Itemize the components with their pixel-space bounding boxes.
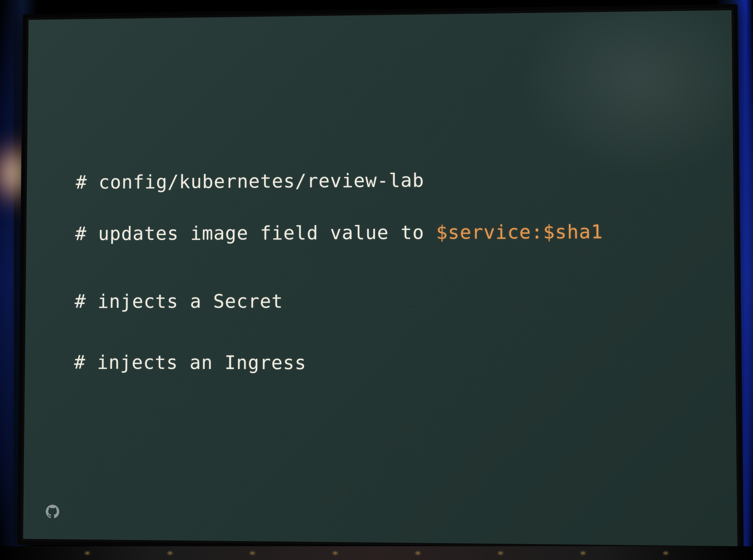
footlight	[167, 551, 173, 555]
stage-bottom-bar	[0, 546, 753, 560]
code-comment-line-4: # injects an Ingress	[74, 351, 707, 375]
footlight	[332, 551, 339, 555]
comment-prefix: #	[76, 172, 99, 193]
footlight	[662, 551, 669, 555]
footlight	[414, 551, 421, 555]
variable-highlight: $service:$sha1	[436, 221, 603, 243]
github-icon	[46, 505, 59, 518]
comment-prefix: #	[74, 291, 98, 312]
presentation-screen: # config/kubernetes/review-lab # updates…	[23, 10, 738, 546]
slide-content: # config/kubernetes/review-lab # updates…	[74, 167, 707, 406]
comment-text: config/kubernetes/review-lab	[99, 169, 424, 193]
comment-text: injects an Ingress	[97, 352, 306, 374]
footlight	[249, 551, 256, 555]
code-comment-line-3: # injects a Secret	[74, 289, 707, 313]
comment-prefix: #	[75, 223, 98, 244]
presentation-screen-container: # config/kubernetes/review-lab # updates…	[17, 4, 744, 553]
footlight	[497, 551, 504, 555]
footlight	[84, 551, 91, 555]
comment-prefix: #	[74, 352, 97, 373]
code-comment-line-1: # config/kubernetes/review-lab	[76, 167, 705, 194]
comment-text: updates image field value to	[98, 222, 436, 244]
code-comment-line-2: # updates image field value to $service:…	[75, 220, 706, 245]
footlight	[580, 551, 586, 555]
stage-lighting-left	[0, 0, 14, 560]
comment-text: injects a Secret	[98, 290, 283, 312]
stage-footlights	[0, 548, 753, 558]
